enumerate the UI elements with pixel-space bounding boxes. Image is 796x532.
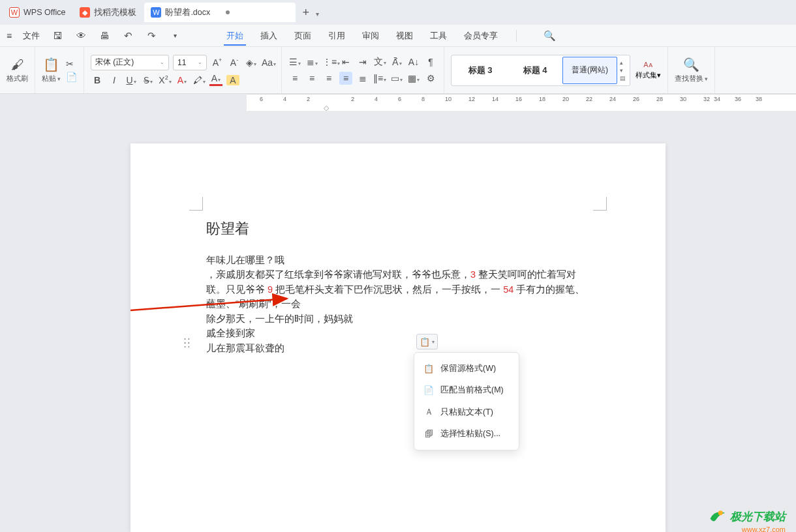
bold-icon[interactable]: B (91, 75, 104, 85)
paste-options-chip[interactable]: 📋▾ (416, 334, 438, 349)
paste-options-menu: 📋保留源格式(W) 📄匹配当前格式(M) Ａ只粘贴文本(T) 🗐选择性粘贴(S)… (414, 352, 519, 451)
styles-group: 标题 3 标题 4 普通(网站) ▴▾▤ Aᴀ 样式集▾ (444, 47, 668, 93)
tab-templates[interactable]: ◆ 找稻壳模板 (73, 3, 143, 22)
tab-home[interactable]: W WPS Office (3, 3, 72, 22)
new-tab-menu-caret[interactable]: ▾ (316, 8, 319, 18)
style-nav[interactable]: ▴▾▤ (617, 59, 628, 81)
find-replace-group[interactable]: 🔍 查找替换▾ (668, 47, 715, 93)
style-heading3[interactable]: 标题 3 (453, 57, 508, 84)
ruler-tick: 30 (680, 96, 686, 102)
find-label: 查找替换 (675, 74, 703, 82)
ruler-tick: 26 (633, 96, 639, 102)
font-name-select[interactable]: 宋体 (正文)⌄ (91, 55, 169, 70)
para-settings-icon[interactable]: ⚙ (424, 73, 437, 83)
cut-icon[interactable]: ✂ (66, 59, 77, 69)
ruler-tick: 2 (307, 96, 310, 102)
phonetic-icon[interactable]: Ā́▾ (390, 57, 403, 67)
menu-vip[interactable]: 会员专享 (461, 26, 500, 46)
style-gallery: 标题 3 标题 4 普通(网站) ▴▾▤ (451, 55, 630, 86)
paste-text-only[interactable]: Ａ只粘贴文本(T) (414, 401, 519, 423)
doc-title[interactable]: 盼望着 (206, 219, 590, 239)
increase-indent-icon[interactable]: ⇥ (356, 57, 369, 67)
paste-keep-source[interactable]: 📋保留源格式(W) (414, 358, 519, 379)
hamburger-icon[interactable]: ≡ (7, 31, 11, 41)
shading-icon[interactable]: ▭▾ (390, 73, 403, 83)
tab-label: WPS Office (23, 8, 65, 17)
font-size-select[interactable]: 11⌄ (173, 55, 207, 70)
change-case-icon[interactable]: Aa▾ (262, 57, 275, 68)
char-shading-icon[interactable]: A (226, 75, 239, 85)
doc-text: 把毛笔杆头支着下巴作沉思状，然后，一手按纸，一 (273, 284, 503, 295)
file-menu[interactable]: 文件 (23, 30, 40, 42)
multilevel-list-icon[interactable]: ⋮≡▾ (322, 57, 335, 67)
text-only-icon: Ａ (423, 406, 434, 418)
ruler-tick: 4 (375, 96, 378, 102)
paste-special[interactable]: 🗐选择性粘贴(S)... (414, 423, 519, 445)
align-right-icon[interactable]: ≡ (322, 73, 335, 83)
undo-icon[interactable]: ↶ (122, 30, 134, 42)
tab-document[interactable]: W 盼望着.docx (144, 3, 296, 22)
search-icon[interactable]: 🔍 (543, 30, 555, 42)
print-preview-icon[interactable]: 👁 (75, 30, 87, 41)
paste-button[interactable]: 📋 粘贴▾ (42, 57, 61, 83)
menu-home[interactable]: 开始 (224, 26, 246, 46)
menu-page[interactable]: 页面 (292, 26, 314, 46)
copy-icon[interactable]: 📄 (66, 72, 77, 82)
decrease-indent-icon[interactable]: ⇤ (339, 57, 352, 67)
new-tab-button[interactable]: + (297, 6, 314, 20)
format-brush-label: 格式刷 (7, 74, 28, 83)
menu-review[interactable]: 审阅 (360, 26, 382, 46)
mi-label: 保留源格式(W) (440, 363, 496, 374)
text-direction-icon[interactable]: 文▾ (373, 56, 386, 68)
ruler-tick: 38 (756, 96, 762, 102)
doc-line: 戚全接到家 (206, 326, 590, 340)
document-workspace: 盼望着 年味儿在哪里？哦 ，亲戚朋友都买了红纸拿到爷爷家请他写对联，爷爷也乐意，… (0, 111, 796, 532)
ruler-tick: 12 (468, 96, 475, 102)
underline-icon[interactable]: U▾ (125, 75, 138, 85)
dropdown-caret-icon[interactable]: ▾ (169, 32, 181, 39)
italic-icon[interactable]: I (108, 75, 121, 85)
unsaved-dot-icon (226, 10, 230, 14)
sort-icon[interactable]: A↓ (407, 57, 420, 67)
ruler-tick: 36 (735, 96, 741, 102)
align-center-icon[interactable]: ≡ (305, 73, 318, 83)
line-spacing-icon[interactable]: ‖≡▾ (373, 73, 386, 83)
text-effect-icon[interactable]: A▾ (176, 75, 189, 85)
menu-view[interactable]: 视图 (393, 26, 416, 46)
format-brush-group[interactable]: 🖌 格式刷 (0, 47, 35, 93)
grow-font-icon[interactable]: A+ (211, 57, 224, 68)
clear-format-icon[interactable]: ◈▾ (245, 57, 258, 68)
ruler-tick: 2 (351, 96, 354, 102)
borders-icon[interactable]: ▦▾ (407, 73, 420, 83)
svg-line-0 (130, 299, 287, 310)
show-marks-icon[interactable]: ¶ (424, 57, 437, 67)
font-color-icon[interactable]: A▾ (209, 74, 222, 86)
number-list-icon[interactable]: ≣▾ (305, 57, 318, 67)
menu-reference[interactable]: 引用 (326, 26, 348, 46)
shrink-font-icon[interactable]: A- (228, 57, 241, 68)
ruler-tick: 22 (586, 96, 592, 102)
watermark-logo-icon (708, 507, 726, 525)
distribute-icon[interactable]: ≣ (356, 73, 369, 83)
document-page[interactable]: 盼望着 年味儿在哪里？哦 ，亲戚朋友都买了红纸拿到爷爷家请他写对联，爷爷也乐意，… (130, 143, 666, 532)
doc-line: 儿在那震耳欲聋的 (206, 341, 590, 355)
keep-format-icon: 📋 (423, 364, 434, 374)
styleset-button[interactable]: Aᴀ 样式集▾ (635, 61, 661, 80)
horizontal-ruler[interactable]: 6 4 2 ◇ 2 4 6 8 10 12 14 16 18 20 22 24 … (247, 94, 796, 111)
wps-icon: W (9, 7, 20, 18)
bullet-list-icon[interactable]: ☰▾ (288, 57, 301, 67)
save-icon[interactable]: 🖫 (52, 30, 63, 41)
drag-handle-icon[interactable]: ∷∷ (184, 339, 189, 347)
menu-insert[interactable]: 插入 (258, 26, 280, 46)
strike-icon[interactable]: S̶▾ (142, 75, 155, 85)
menu-tools[interactable]: 工具 (427, 26, 450, 46)
redo-icon[interactable]: ↷ (145, 30, 157, 42)
align-left-icon[interactable]: ≡ (288, 73, 301, 83)
print-icon[interactable]: 🖶 (99, 30, 110, 41)
align-justify-icon[interactable]: ≡ (339, 72, 352, 85)
highlight-icon[interactable]: 🖍▾ (192, 75, 206, 85)
superscript-icon[interactable]: X2▾ (159, 74, 172, 85)
style-heading4[interactable]: 标题 4 (508, 57, 562, 84)
paste-match-dest[interactable]: 📄匹配当前格式(M) (414, 379, 519, 401)
style-webnormal[interactable]: 普通(网站) (562, 57, 617, 84)
